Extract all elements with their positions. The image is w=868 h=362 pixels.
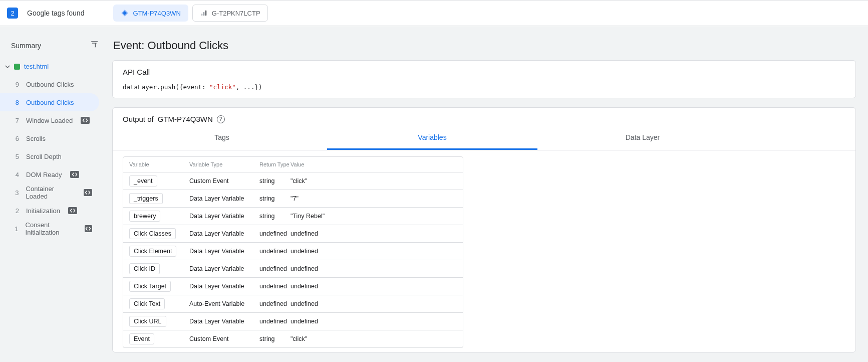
- variable-name-chip[interactable]: Click Element: [129, 246, 176, 257]
- variable-value: undefined: [291, 318, 457, 325]
- api-call-header: API Call: [113, 61, 855, 83]
- event-label: Scrolls: [26, 135, 46, 142]
- variable-type: Data Layer Variable: [189, 248, 259, 255]
- help-icon[interactable]: ?: [217, 115, 225, 123]
- event-number: 2: [14, 207, 19, 215]
- tab-datalayer[interactable]: Data Layer: [537, 126, 748, 150]
- variable-type: Data Layer Variable: [189, 195, 259, 202]
- table-row: _triggersData Layer Variablestring"7": [123, 190, 463, 208]
- event-label: Container Loaded: [26, 185, 76, 200]
- event-number: 4: [14, 171, 19, 178]
- return-type: undefined: [259, 248, 291, 255]
- variable-name-chip[interactable]: Click ID: [129, 263, 160, 274]
- event-list: 9Outbound Clicks8Outbound Clicks7Window …: [0, 75, 106, 238]
- table-row: _eventCustom Eventstring"click": [123, 172, 463, 190]
- event-item[interactable]: 5Scroll Depth: [0, 147, 99, 165]
- sidebar: Summary test.html 9Outbound Clicks8Outbo…: [0, 26, 106, 362]
- return-type: string: [259, 195, 291, 202]
- event-item[interactable]: 6Scrolls: [0, 129, 99, 147]
- variable-name-chip[interactable]: Click Classes: [129, 228, 176, 239]
- table-row: Click TextAuto-Event Variableundefinedun…: [123, 295, 463, 313]
- table-row: breweryData Layer Variablestring"Tiny Re…: [123, 208, 463, 225]
- event-label: Outbound Clicks: [26, 81, 74, 88]
- event-title: Event: Outbound Clicks: [113, 39, 856, 52]
- summary-label: Summary: [11, 42, 41, 50]
- table-row: Click URLData Layer Variableundefinedund…: [123, 313, 463, 330]
- layout: Summary test.html 9Outbound Clicks8Outbo…: [0, 26, 868, 362]
- event-item[interactable]: 2Initialization: [0, 202, 99, 220]
- variable-name-chip[interactable]: brewery: [129, 211, 160, 222]
- event-item[interactable]: 7Window Loaded: [0, 111, 99, 129]
- container-chip-ga[interactable]: G-T2PKN7LCTP: [192, 5, 268, 22]
- event-item[interactable]: 8Outbound Clicks: [0, 93, 99, 111]
- variable-value: undefined: [291, 300, 457, 307]
- variable-name-chip[interactable]: Click Target: [129, 281, 171, 292]
- page-node[interactable]: test.html: [0, 60, 106, 75]
- output-header: Output of GTM-P74Q3WN ?: [113, 108, 855, 126]
- event-label: Initialization: [26, 207, 60, 215]
- return-type: undefined: [259, 283, 291, 290]
- event-number: 7: [14, 117, 19, 124]
- col-variable: Variable: [129, 161, 189, 167]
- variable-name-chip[interactable]: Click Text: [129, 298, 165, 309]
- clear-filter-icon[interactable]: [90, 40, 99, 51]
- event-label: Consent Initialization: [26, 221, 77, 236]
- table-row: Click ElementData Layer Variableundefine…: [123, 243, 463, 260]
- variables-panel: Variable Variable Type Return Type Value…: [113, 150, 855, 352]
- api-call-code: dataLayer.push({event: "click", ...}): [123, 83, 262, 91]
- event-number: 1: [14, 225, 19, 233]
- col-value: Value: [291, 161, 457, 167]
- variables-table-header: Variable Variable Type Return Type Value: [123, 157, 463, 172]
- return-type: string: [259, 177, 291, 185]
- variable-value: undefined: [291, 265, 457, 272]
- variable-name-chip[interactable]: Click URL: [129, 316, 166, 327]
- return-type: string: [259, 213, 291, 220]
- col-return-type: Return Type: [259, 161, 291, 168]
- variable-name-chip[interactable]: _event: [129, 175, 157, 187]
- output-container-id: GTM-P74Q3WN: [158, 115, 213, 123]
- tags-found-label: Google tags found: [27, 9, 84, 17]
- variable-name-chip[interactable]: Event: [129, 333, 154, 344]
- svg-rect-0: [201, 14, 202, 16]
- container-chips: GTM-P74Q3WNG-T2PKN7LCTP: [113, 5, 267, 22]
- variable-type: Custom Event: [189, 177, 259, 185]
- svg-rect-1: [203, 12, 204, 16]
- event-item[interactable]: 4DOM Ready: [0, 165, 99, 184]
- event-item[interactable]: 9Outbound Clicks: [0, 75, 99, 93]
- event-number: 5: [14, 153, 19, 160]
- variable-value: "click": [291, 335, 457, 342]
- code-badge-icon: [68, 207, 77, 214]
- variable-type: Data Layer Variable: [189, 230, 259, 237]
- variable-name-chip[interactable]: _triggers: [129, 193, 163, 204]
- variable-type: Data Layer Variable: [189, 318, 259, 325]
- topbar: 2 Google tags found GTM-P74Q3WNG-T2PKN7L…: [0, 0, 868, 26]
- variable-value: undefined: [291, 230, 457, 237]
- return-type: undefined: [259, 300, 291, 307]
- summary-row[interactable]: Summary: [0, 36, 106, 60]
- main: Event: Outbound Clicks API Call dataLaye…: [106, 26, 868, 362]
- variable-value: "click": [291, 177, 457, 185]
- code-badge-icon: [84, 189, 92, 196]
- event-label: Window Loaded: [26, 117, 73, 124]
- variable-value: undefined: [291, 283, 457, 290]
- gtm-icon: [121, 9, 129, 17]
- analytics-icon: [200, 9, 208, 17]
- event-label: Outbound Clicks: [26, 99, 74, 106]
- api-call-card: API Call dataLayer.push({event: "click",…: [112, 60, 856, 98]
- variables-table: Variable Variable Type Return Type Value…: [123, 156, 463, 348]
- table-row: Click ClassesData Layer Variableundefine…: [123, 225, 463, 243]
- event-label: DOM Ready: [26, 171, 62, 178]
- code-badge-icon: [70, 171, 79, 178]
- tab-tags[interactable]: Tags: [117, 126, 327, 150]
- table-row: EventCustom Eventstring"click": [123, 330, 463, 347]
- event-item[interactable]: 3Container Loaded: [0, 184, 99, 202]
- output-card: Output of GTM-P74Q3WN ? TagsVariablesDat…: [112, 107, 856, 352]
- variable-type: Custom Event: [189, 335, 259, 342]
- event-item[interactable]: 1Consent Initialization: [0, 220, 99, 238]
- event-number: 8: [14, 99, 19, 106]
- variable-value: "Tiny Rebel": [291, 213, 457, 220]
- container-chip-gtm[interactable]: GTM-P74Q3WN: [113, 5, 188, 22]
- table-row: Click TargetData Layer Variableundefined…: [123, 278, 463, 295]
- tab-variables[interactable]: Variables: [327, 126, 537, 150]
- container-chip-label: GTM-P74Q3WN: [133, 10, 180, 17]
